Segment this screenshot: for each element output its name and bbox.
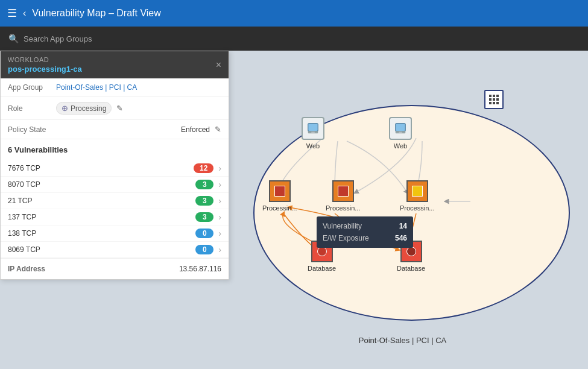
- svg-rect-6: [489, 102, 492, 104]
- chevron-right-icon[interactable]: ›: [218, 180, 221, 189]
- panel-header: WORKLOAD pos-processing1-ca ×: [1, 51, 229, 78]
- vuln-section: 6 Vulnerabilities: [1, 139, 229, 160]
- chevron-right-icon[interactable]: ›: [218, 229, 221, 238]
- db1-label: Database: [308, 265, 336, 272]
- tooltip-exposure-value: 546: [395, 234, 407, 242]
- ip-value: 13.56.87.116: [179, 265, 221, 273]
- web2-label: Web: [394, 142, 407, 150]
- vuln-count-badge: 3: [195, 196, 213, 206]
- ip-row: IP Address 13.56.87.116: [1, 258, 229, 279]
- title-text: Vulnerability Map: [32, 8, 106, 18]
- svg-rect-5: [496, 98, 499, 101]
- ip-label: IP Address: [8, 265, 45, 273]
- vuln-row[interactable]: 7676 TCP12›: [1, 160, 229, 177]
- vuln-row[interactable]: 137 TCP3›: [1, 209, 229, 226]
- db2-label: Database: [397, 265, 425, 272]
- proc1-label: Processin...: [262, 204, 297, 212]
- search-icon: 🔍: [8, 34, 19, 43]
- close-button[interactable]: ×: [216, 60, 221, 71]
- grid-node: [484, 90, 504, 109]
- app-group-label: App Group: [8, 83, 56, 92]
- policy-row: Policy State Enforced ✎: [1, 120, 229, 139]
- view-label: Draft View: [116, 8, 161, 18]
- tooltip-row-exposure: E/W Exposure 546: [323, 232, 407, 244]
- svg-rect-0: [489, 95, 492, 97]
- vuln-count-badge: 12: [194, 163, 213, 173]
- workload-name: pos-processing1-ca: [8, 65, 82, 74]
- app-group-label: Point-Of-Sales | PCI | CA: [359, 336, 446, 345]
- vuln-title: 6 Vulnerabilities: [8, 145, 221, 154]
- main-area: Point-Of-Sales | PCI | CA: [0, 51, 588, 369]
- role-label: Role: [8, 104, 56, 113]
- vuln-count-badge: 3: [195, 212, 213, 222]
- role-badge-icon: ⊕: [62, 104, 68, 113]
- back-icon[interactable]: ‹: [23, 8, 26, 19]
- svg-rect-4: [493, 98, 495, 101]
- tooltip-exposure-label: E/W Exposure: [323, 234, 369, 242]
- role-row: Role ⊕ Processing ✎: [1, 97, 229, 120]
- web1-label: Web: [306, 142, 320, 150]
- vuln-row[interactable]: 138 TCP0›: [1, 226, 229, 242]
- svg-rect-8: [496, 102, 499, 104]
- web1-node[interactable]: Web: [302, 117, 324, 150]
- workload-panel: WORKLOAD pos-processing1-ca × App Group …: [0, 51, 229, 280]
- svg-rect-2: [496, 95, 499, 97]
- tooltip-row-vuln: Vulnerability 14: [323, 220, 407, 232]
- svg-rect-7: [493, 102, 495, 104]
- vuln-row[interactable]: 21 TCP3›: [1, 193, 229, 209]
- vuln-port: 21 TCP: [8, 197, 195, 205]
- page-title: Vulnerability Map – Draft View: [32, 8, 160, 19]
- chevron-right-icon[interactable]: ›: [218, 196, 221, 206]
- proc3-label: Processin...: [400, 204, 434, 212]
- tooltip-vuln-label: Vulnerability: [323, 222, 362, 230]
- proc2-label: Processin...: [326, 204, 360, 212]
- vulnerability-tooltip: Vulnerability 14 E/W Exposure 546: [317, 216, 413, 248]
- policy-edit-icon[interactable]: ✎: [215, 125, 221, 134]
- svg-rect-3: [489, 98, 492, 101]
- svg-rect-1: [493, 95, 495, 97]
- app-group-row: App Group Point-Of-Sales | PCI | CA: [1, 78, 229, 97]
- svg-rect-12: [396, 124, 406, 131]
- title-separator: –: [109, 8, 114, 18]
- tooltip-vuln-value: 14: [399, 222, 407, 230]
- vuln-port: 137 TCP: [8, 213, 195, 221]
- search-input[interactable]: [24, 34, 144, 43]
- vuln-rows-container: 7676 TCP12›8070 TCP3›21 TCP3›137 TCP3›13…: [1, 160, 229, 258]
- vuln-row[interactable]: 8070 TCP3›: [1, 177, 229, 193]
- proc2-node[interactable]: Processin...: [326, 180, 360, 212]
- vuln-row[interactable]: 8069 TCP0›: [1, 242, 229, 258]
- vuln-port: 7676 TCP: [8, 164, 194, 172]
- policy-value: Enforced: [181, 125, 210, 134]
- proc3-node[interactable]: Processin...: [400, 180, 434, 212]
- proc1-node[interactable]: Processin...: [262, 180, 297, 212]
- svg-rect-14: [399, 132, 402, 133]
- vuln-count-badge: 3: [195, 180, 213, 189]
- vuln-count-badge: 0: [195, 229, 213, 238]
- role-value: Processing: [71, 104, 106, 113]
- menu-icon[interactable]: ☰: [7, 7, 17, 20]
- vuln-port: 8070 TCP: [8, 180, 195, 189]
- policy-label: Policy State: [8, 125, 56, 134]
- workload-header-label: WORKLOAD: [8, 56, 82, 63]
- chevron-right-icon[interactable]: ›: [218, 163, 221, 173]
- chevron-right-icon[interactable]: ›: [218, 212, 221, 222]
- app-group-value[interactable]: Point-Of-Sales | PCI | CA: [56, 83, 137, 92]
- web2-node[interactable]: Web: [389, 117, 412, 150]
- vuln-count-badge: 0: [195, 245, 213, 254]
- vuln-port: 138 TCP: [8, 229, 195, 238]
- role-edit-icon[interactable]: ✎: [116, 104, 123, 113]
- app-group-container: Point-Of-Sales | PCI | CA: [229, 87, 576, 345]
- svg-rect-11: [311, 132, 315, 133]
- svg-rect-9: [308, 124, 318, 131]
- vuln-port: 8069 TCP: [8, 245, 195, 254]
- top-nav: ☰ ‹ Vulnerability Map – Draft View: [0, 0, 588, 27]
- role-badge: ⊕ Processing: [56, 102, 112, 115]
- search-bar: 🔍: [0, 27, 588, 51]
- chevron-right-icon[interactable]: ›: [218, 245, 221, 254]
